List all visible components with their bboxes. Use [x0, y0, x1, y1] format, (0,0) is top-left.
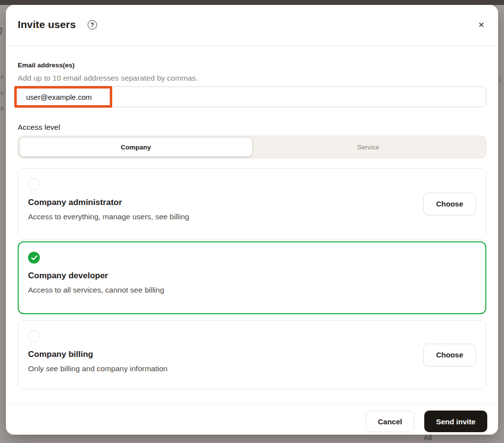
background-artifact: J [0, 26, 2, 37]
option-title: Company billing [28, 349, 476, 360]
background-artifact: v [0, 89, 4, 96]
radio-checked-icon[interactable] [28, 252, 40, 264]
option-description: Only see billing and company information [28, 364, 476, 374]
access-level-label: Access level [18, 122, 60, 132]
email-helper-text: Add up to 10 email addresses separated b… [18, 73, 198, 83]
option-card-company-developer[interactable]: Company developer Access to all services… [18, 241, 486, 314]
radio-unchecked-icon[interactable] [28, 178, 40, 190]
email-input[interactable] [18, 87, 486, 107]
radio-unchecked-icon[interactable] [28, 330, 40, 342]
cancel-button[interactable]: Cancel [366, 411, 414, 432]
dialog-title: Invite users [18, 18, 76, 31]
footer-actions: Cancel Send invite [366, 411, 487, 432]
tab-service[interactable]: Service [252, 138, 484, 156]
help-icon[interactable]: ? [88, 20, 97, 30]
background-artifact: s [0, 104, 4, 112]
send-invite-button[interactable]: Send invite [424, 411, 487, 432]
window-top-strip [0, 0, 504, 5]
header-divider [6, 46, 498, 46]
check-icon [31, 255, 37, 261]
option-card-company-administrator[interactable]: Company administrator Access to everythi… [18, 168, 486, 239]
option-description: Access to everything, manage users, see … [28, 212, 476, 222]
background-artifact: s [0, 72, 4, 80]
choose-button[interactable]: Choose [423, 193, 476, 215]
access-level-tabs: Company Service [18, 136, 486, 158]
footer-divider [6, 404, 498, 405]
email-label: Email address(es) [18, 61, 75, 70]
tab-company[interactable]: Company [20, 138, 252, 156]
invite-users-dialog: Invite users ? × Email address(es) Add u… [6, 5, 498, 435]
choose-button[interactable]: Choose [423, 344, 476, 366]
close-button[interactable]: × [473, 17, 489, 32]
option-description: Access to all services, cannot see billi… [28, 285, 476, 295]
option-card-company-billing[interactable]: Company billing Only see billing and com… [18, 320, 486, 389]
option-title: Company administrator [28, 197, 476, 208]
option-title: Company developer [28, 270, 476, 281]
background-artifact: i [499, 76, 501, 84]
